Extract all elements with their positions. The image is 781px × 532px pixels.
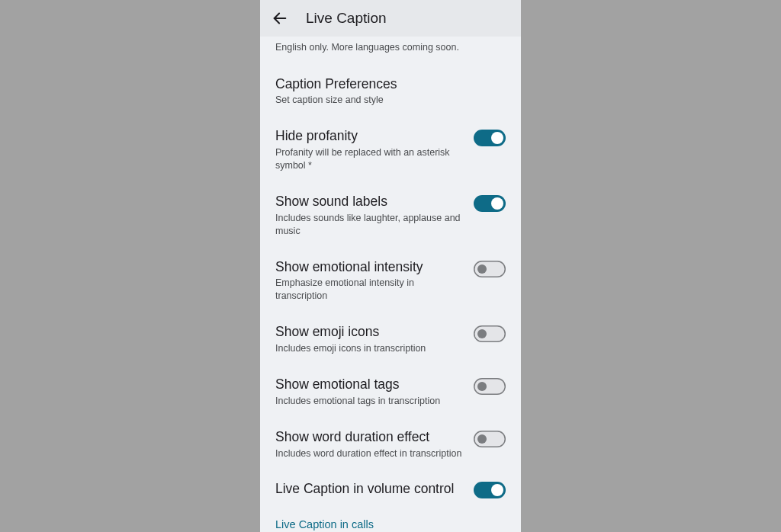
- item-title: Show emotional tags: [275, 377, 464, 393]
- language-hint: English only. More languages coming soon…: [260, 37, 521, 55]
- caption-preferences-row[interactable]: Caption Preferences Set caption size and…: [260, 55, 521, 107]
- hide-profanity-toggle[interactable]: [474, 130, 506, 146]
- item-title: Show sound labels: [275, 194, 464, 210]
- app-bar: Live Caption: [260, 0, 521, 37]
- settings-list: English only. More languages coming soon…: [260, 37, 521, 532]
- settings-screen: Live Caption English only. More language…: [260, 0, 521, 532]
- show-sound-labels-toggle[interactable]: [474, 195, 506, 212]
- show-word-duration-row[interactable]: Show word duration effect Includes word …: [260, 408, 521, 460]
- hide-profanity-row[interactable]: Hide profanity Profanity will be replace…: [260, 107, 521, 172]
- show-emotional-intensity-toggle[interactable]: [474, 261, 506, 277]
- show-emotional-intensity-row[interactable]: Show emotional intensity Emphasize emoti…: [260, 238, 521, 303]
- show-emotional-tags-toggle[interactable]: [474, 378, 506, 395]
- item-subtitle: Includes emotional tags in transcription: [275, 395, 464, 408]
- arrow-back-icon: [272, 10, 288, 27]
- item-title: Show emoji icons: [275, 324, 464, 341]
- show-emotional-tags-row[interactable]: Show emotional tags Includes emotional t…: [260, 355, 521, 408]
- live-caption-in-calls-row[interactable]: Live Caption in calls: [260, 499, 521, 531]
- item-subtitle: Includes sounds like laughter, applause …: [275, 212, 464, 238]
- show-emoji-icons-toggle[interactable]: [474, 325, 506, 342]
- item-subtitle: Includes word duration effect in transcr…: [275, 447, 464, 460]
- item-subtitle: Set caption size and style: [275, 94, 506, 107]
- item-subtitle: Emphasize emotional intensity in transcr…: [275, 277, 464, 303]
- item-title: Hide profanity: [275, 128, 464, 145]
- show-emoji-icons-row[interactable]: Show emoji icons Includes emoji icons in…: [260, 303, 521, 355]
- back-button[interactable]: [271, 9, 289, 27]
- item-title: Caption Preferences: [275, 76, 506, 93]
- item-title: Live Caption in volume control: [275, 481, 464, 498]
- item-subtitle: Includes emoji icons in transcription: [275, 342, 464, 355]
- show-sound-labels-row[interactable]: Show sound labels Includes sounds like l…: [260, 172, 521, 238]
- link-label: Live Caption in calls: [275, 518, 374, 530]
- page-title: Live Caption: [306, 10, 387, 27]
- item-title: Show emotional intensity: [275, 259, 464, 276]
- show-word-duration-toggle[interactable]: [474, 431, 506, 447]
- item-title: Show word duration effect: [275, 429, 464, 446]
- item-subtitle: Profanity will be replaced with an aster…: [275, 146, 464, 172]
- live-caption-volume-row[interactable]: Live Caption in volume control: [260, 460, 521, 499]
- live-caption-volume-toggle[interactable]: [474, 482, 506, 498]
